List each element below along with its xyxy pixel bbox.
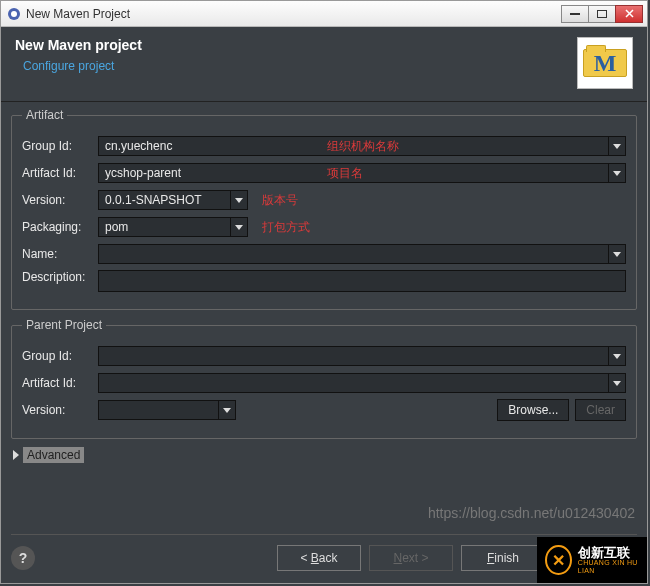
help-button[interactable]: ? (11, 546, 35, 570)
parent-artifact-id-input[interactable] (98, 373, 608, 393)
page-subtitle: Configure project (23, 59, 577, 73)
parent-version-dropdown[interactable] (218, 400, 236, 420)
svg-rect-2 (570, 13, 580, 15)
name-input[interactable] (98, 244, 608, 264)
annotation-org: 组织机构名称 (327, 138, 399, 155)
description-label: Description: (22, 270, 98, 284)
annotation-packaging: 打包方式 (262, 219, 310, 236)
artifact-id-dropdown[interactable] (608, 163, 626, 183)
window-controls (562, 5, 643, 23)
brand-cn: 创新互联 (578, 546, 647, 560)
description-input[interactable] (98, 270, 626, 292)
dialog-window: New Maven Project New Maven project Conf… (0, 0, 648, 584)
group-id-dropdown[interactable] (608, 136, 626, 156)
titlebar[interactable]: New Maven Project (1, 1, 647, 27)
expand-icon (13, 450, 19, 460)
page-title: New Maven project (15, 37, 577, 53)
packaging-label: Packaging: (22, 220, 98, 234)
close-button[interactable] (615, 5, 643, 23)
watermark: https://blog.csdn.net/u012430402 (428, 505, 635, 521)
name-dropdown[interactable] (608, 244, 626, 264)
version-dropdown[interactable] (230, 190, 248, 210)
parent-artifact-id-label: Artifact Id: (22, 376, 98, 390)
window-title: New Maven Project (26, 7, 562, 21)
parent-artifact-id-dropdown[interactable] (608, 373, 626, 393)
maximize-button[interactable] (588, 5, 616, 23)
annotation-project: 项目名 (327, 165, 363, 182)
parent-legend: Parent Project (22, 318, 106, 332)
parent-version-label: Version: (22, 403, 98, 417)
finish-button[interactable]: Finish (461, 545, 545, 571)
brand-icon: ✕ (545, 545, 572, 575)
artifact-id-label: Artifact Id: (22, 166, 98, 180)
parent-version-input[interactable] (98, 400, 218, 420)
dialog-header: New Maven project Configure project M (1, 27, 647, 102)
advanced-label: Advanced (23, 447, 84, 463)
artifact-legend: Artifact (22, 108, 67, 122)
parent-group: Parent Project Group Id: Artifact Id: Ve… (11, 318, 637, 439)
version-label: Version: (22, 193, 98, 207)
parent-group-id-label: Group Id: (22, 349, 98, 363)
version-input[interactable]: 0.0.1-SNAPSHOT (98, 190, 230, 210)
packaging-input[interactable]: pom (98, 217, 230, 237)
group-id-label: Group Id: (22, 139, 98, 153)
advanced-toggle[interactable]: Advanced (13, 447, 637, 463)
parent-group-id-dropdown[interactable] (608, 346, 626, 366)
annotation-version: 版本号 (262, 192, 298, 209)
app-icon (7, 7, 21, 21)
svg-point-1 (11, 11, 17, 17)
next-button: Next > (369, 545, 453, 571)
clear-button[interactable]: Clear (575, 399, 626, 421)
browse-button[interactable]: Browse... (497, 399, 569, 421)
brand-en: CHUANG XIN HU LIAN (578, 559, 647, 574)
back-button[interactable]: < Back (277, 545, 361, 571)
brand-badge: ✕ 创新互联 CHUANG XIN HU LIAN (537, 537, 647, 583)
artifact-group: Artifact Group Id: cn.yuechenc 组织机构名称 Ar… (11, 108, 637, 310)
packaging-dropdown[interactable] (230, 217, 248, 237)
wizard-icon: M (577, 37, 633, 89)
parent-group-id-input[interactable] (98, 346, 608, 366)
name-label: Name: (22, 247, 98, 261)
minimize-button[interactable] (561, 5, 589, 23)
svg-rect-3 (598, 10, 607, 17)
